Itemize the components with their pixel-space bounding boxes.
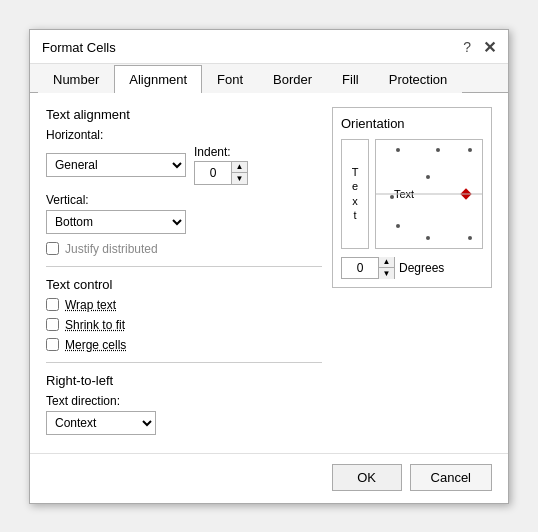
dialog-title: Format Cells bbox=[42, 40, 116, 55]
wrap-text-checkbox[interactable] bbox=[46, 298, 59, 311]
orientation-panel: Orientation T e x t bbox=[332, 107, 492, 288]
tab-number[interactable]: Number bbox=[38, 65, 114, 93]
rtl-title: Right-to-left bbox=[46, 373, 322, 388]
dot-2 bbox=[436, 148, 440, 152]
left-panel: Text alignment Horizontal: General Left … bbox=[46, 107, 322, 443]
indent-input[interactable] bbox=[195, 162, 231, 184]
vertical-label: Vertical: bbox=[46, 193, 322, 207]
help-icon[interactable]: ? bbox=[463, 39, 471, 55]
text-alignment-title: Text alignment bbox=[46, 107, 322, 122]
text-direction-select[interactable]: Context Left-to-Right Right-to-Left bbox=[46, 411, 156, 435]
merge-cells-checkbox[interactable] bbox=[46, 338, 59, 351]
vertical-text-box[interactable]: T e x t bbox=[341, 139, 369, 249]
right-panel: Orientation T e x t bbox=[332, 107, 492, 443]
tab-font[interactable]: Font bbox=[202, 65, 258, 93]
indent-label: Indent: bbox=[194, 145, 231, 159]
ok-button[interactable]: OK bbox=[332, 464, 402, 491]
center-line bbox=[376, 193, 482, 194]
tab-alignment[interactable]: Alignment bbox=[114, 65, 202, 93]
orientation-angle-box[interactable]: Text bbox=[375, 139, 483, 249]
degrees-spinner: ▲ ▼ bbox=[341, 257, 395, 279]
dot-1 bbox=[396, 148, 400, 152]
tab-protection[interactable]: Protection bbox=[374, 65, 463, 93]
wrap-text-label: Wrap text bbox=[65, 298, 116, 312]
orientation-title: Orientation bbox=[341, 116, 483, 131]
rtl-section: Right-to-left Text direction: Context Le… bbox=[46, 373, 322, 435]
degrees-label: Degrees bbox=[399, 261, 444, 275]
degrees-spinner-buttons: ▲ ▼ bbox=[378, 257, 394, 279]
merge-cells-label: Merge cells bbox=[65, 338, 126, 352]
text-direction-label: Text direction: bbox=[46, 394, 322, 408]
tab-bar: Number Alignment Font Border Fill Protec… bbox=[30, 64, 508, 93]
indent-down-button[interactable]: ▼ bbox=[231, 173, 247, 184]
wrap-text-row: Wrap text bbox=[46, 298, 322, 312]
degrees-up-button[interactable]: ▲ bbox=[378, 257, 394, 268]
shrink-to-fit-label: Shrink to fit bbox=[65, 318, 125, 332]
dot-7 bbox=[426, 236, 430, 240]
horizontal-label: Horizontal: bbox=[46, 128, 322, 142]
shrink-to-fit-checkbox[interactable] bbox=[46, 318, 59, 331]
dot-3 bbox=[468, 148, 472, 152]
cancel-button[interactable]: Cancel bbox=[410, 464, 492, 491]
vertical-row: Top Center Bottom Justify Distributed bbox=[46, 210, 322, 234]
bottom-bar: OK Cancel bbox=[30, 453, 508, 503]
tab-border[interactable]: Border bbox=[258, 65, 327, 93]
tab-fill[interactable]: Fill bbox=[327, 65, 374, 93]
horizontal-row: General Left Center Right Fill Justify C… bbox=[46, 145, 322, 185]
justify-distributed-row: Justify distributed bbox=[46, 242, 322, 256]
degrees-input[interactable] bbox=[342, 258, 378, 278]
merge-cells-row: Merge cells bbox=[46, 338, 322, 352]
indent-area: Indent: ▲ ▼ bbox=[194, 145, 248, 185]
shrink-to-fit-row: Shrink to fit bbox=[46, 318, 322, 332]
indent-spinner-buttons: ▲ ▼ bbox=[231, 162, 247, 184]
title-bar: Format Cells ? ✕ bbox=[30, 30, 508, 64]
tab-content: Text alignment Horizontal: General Left … bbox=[30, 93, 508, 453]
justify-distributed-checkbox[interactable] bbox=[46, 242, 59, 255]
text-control-title: Text control bbox=[46, 277, 322, 292]
horizontal-select[interactable]: General Left Center Right Fill Justify C… bbox=[46, 153, 186, 177]
dot-8 bbox=[468, 236, 472, 240]
vertical-text-letters: T e x t bbox=[352, 165, 359, 222]
dot-4 bbox=[426, 175, 430, 179]
main-area: Text alignment Horizontal: General Left … bbox=[46, 107, 492, 443]
format-cells-dialog: Format Cells ? ✕ Number Alignment Font B… bbox=[29, 29, 509, 504]
degrees-down-button[interactable]: ▼ bbox=[378, 268, 394, 279]
text-direction-row: Context Left-to-Right Right-to-Left bbox=[46, 411, 322, 435]
dot-6 bbox=[396, 224, 400, 228]
degrees-row: ▲ ▼ Degrees bbox=[341, 257, 483, 279]
vertical-select[interactable]: Top Center Bottom Justify Distributed bbox=[46, 210, 186, 234]
indent-up-button[interactable]: ▲ bbox=[231, 162, 247, 173]
justify-distributed-label: Justify distributed bbox=[65, 242, 158, 256]
orientation-visual: T e x t bbox=[341, 139, 483, 249]
indent-spinner: ▲ ▼ bbox=[194, 161, 248, 185]
close-icon[interactable]: ✕ bbox=[483, 38, 496, 57]
title-actions: ? ✕ bbox=[463, 38, 496, 57]
